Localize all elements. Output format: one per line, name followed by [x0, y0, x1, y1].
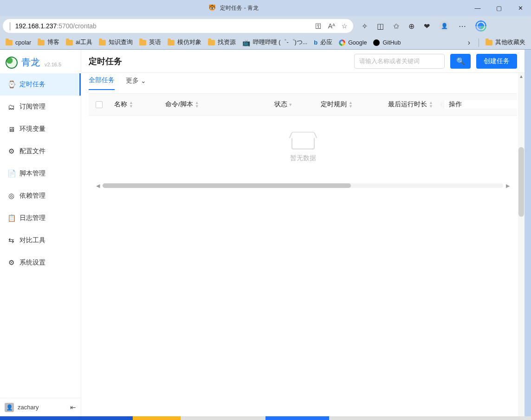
browser-toolbar: ✧ ◫ ✩ ⊕ ❤︎ 👤 ⋯ — [362, 20, 486, 32]
bookmark-cpolar[interactable]: cpolar — [4, 39, 33, 47]
copilot-icon[interactable] — [475, 20, 486, 32]
th-last[interactable]: 最后运行时长 ▲▼ — [383, 100, 444, 109]
search-icon: 🔍 — [456, 57, 465, 65]
vertical-scrollbar[interactable]: ▲ — [518, 73, 525, 416]
sort-icon: ▲▼ — [195, 101, 199, 108]
bookmark-blog[interactable]: 博客 — [36, 38, 61, 47]
username[interactable]: zachary — [18, 404, 39, 411]
maximize-button[interactable]: ▢ — [488, 0, 510, 16]
create-task-button[interactable]: 创建任务 — [476, 54, 517, 69]
menu-icon: ◎ — [7, 192, 15, 200]
bookmark-other[interactable]: 其他收藏夹 — [484, 38, 527, 47]
split-icon[interactable]: ◫ — [377, 22, 384, 31]
window-resize-edge[interactable] — [525, 50, 531, 416]
url-input[interactable]: │ 192.168.1.237:5700/crontab ⚿ Aᴬ ☆ — [3, 19, 353, 33]
more-icon[interactable]: ⋯ — [459, 22, 466, 31]
folder-icon — [139, 40, 146, 45]
sidebar-item-label: 日志管理 — [19, 214, 45, 222]
th-script[interactable]: 命令/脚本 ▲▼ — [161, 100, 270, 109]
user-icon: 👤 — [5, 403, 14, 412]
extensions-icon[interactable]: ✧ — [362, 22, 368, 31]
sidebar-item-4[interactable]: 📄脚本管理 — [0, 162, 81, 185]
bookmark-bing[interactable]: b必应 — [312, 38, 334, 47]
sidebar-item-6[interactable]: 📋日志管理 — [0, 207, 81, 229]
bookmark-english[interactable]: 英语 — [137, 38, 163, 47]
search-input[interactable] — [354, 54, 445, 69]
folder-icon — [168, 40, 175, 45]
menu-icon: ⚙ — [7, 147, 15, 155]
menu-icon: 🖥 — [7, 125, 15, 133]
sidebar-item-label: 依赖管理 — [19, 192, 45, 200]
th-name[interactable]: 名称 ▲▼ — [110, 100, 161, 109]
brand-name: 青龙 — [21, 56, 40, 69]
collections-icon[interactable]: ⊕ — [408, 22, 414, 31]
sidebar-item-label: 订阅管理 — [19, 103, 45, 111]
sidebar-nav: ⌚定时任务🗂订阅管理🖥环境变量⚙配置文件📄脚本管理◎依赖管理📋日志管理⇆对比工具… — [0, 73, 81, 398]
close-button[interactable]: ✕ — [510, 0, 531, 16]
key-icon[interactable]: ⚿ — [315, 22, 322, 30]
sort-icon: ▲▼ — [429, 101, 433, 108]
sidebar-item-8[interactable]: ⚙系统设置 — [0, 252, 81, 274]
window-title-text: 定时任务 - 青龙 — [220, 5, 259, 11]
sidebar-item-5[interactable]: ◎依赖管理 — [0, 185, 81, 207]
bookmark-github[interactable]: GitHub — [371, 39, 402, 47]
url-path: :5700/crontab — [57, 22, 97, 30]
brand: 青龙 v2.16.5 — [0, 50, 81, 73]
sort-icon: ▲▼ — [349, 101, 353, 108]
bookmark-resource[interactable]: 找资源 — [206, 38, 238, 47]
tab-all[interactable]: 全部任务 — [89, 76, 115, 90]
profile-avatar-icon[interactable]: 👤 — [439, 21, 449, 31]
bookmark-mimic[interactable]: 模仿对象 — [166, 38, 203, 47]
scroll-track[interactable] — [103, 183, 503, 188]
bookmark-google[interactable]: Google — [337, 39, 369, 47]
folder-icon — [66, 40, 73, 45]
sidebar-item-7[interactable]: ⇆对比工具 — [0, 229, 81, 252]
menu-icon: ⇆ — [7, 236, 15, 245]
tab-more[interactable]: 更多 ⌄ — [126, 77, 146, 90]
favorites-icon[interactable]: ✩ — [393, 22, 399, 31]
sidebar-item-label: 系统设置 — [19, 258, 45, 267]
empty-state: 暂无数据 — [89, 116, 517, 181]
brand-logo-icon — [6, 57, 18, 69]
folder-icon — [486, 40, 492, 45]
bookmarks-bar: cpolar 博客 ai工具 知识查询 英语 模仿对象 找资源 📺哔哩哔哩 (゜… — [0, 36, 531, 50]
folder-icon — [99, 40, 106, 45]
performance-icon[interactable]: ❤︎ — [424, 22, 430, 31]
brand-version: v2.16.5 — [45, 62, 61, 69]
sidebar-item-2[interactable]: 🖥环境变量 — [0, 118, 81, 140]
sidebar-item-1[interactable]: 🗂订阅管理 — [0, 96, 81, 118]
sidebar-item-label: 对比工具 — [19, 236, 45, 245]
collapse-icon[interactable]: ⇤ — [70, 403, 76, 412]
scroll-left-icon[interactable]: ◀ — [96, 183, 100, 189]
scroll-thumb[interactable] — [103, 183, 351, 188]
bookmarks-overflow-icon[interactable]: › — [464, 39, 474, 47]
scroll-right-icon[interactable]: ▶ — [506, 183, 510, 189]
task-table: 名称 ▲▼ 命令/脚本 ▲▼ 状态 ▾ 定时规则 ▲▼ 最后运行时长 ▲▼ — [89, 93, 517, 189]
url-host: 192.168.1.237 — [15, 22, 57, 30]
th-cron[interactable]: 定时规则 ▲▼ — [316, 100, 383, 109]
menu-icon: 🗂 — [7, 103, 15, 111]
th-op: 操作 — [444, 100, 517, 109]
bookmark-bili[interactable]: 📺哔哩哔哩 (゜-゜)つ... — [240, 38, 309, 47]
favorite-icon[interactable]: ☆ — [342, 22, 348, 30]
address-bar: │ 192.168.1.237:5700/crontab ⚿ Aᴬ ☆ ✧ ◫ … — [0, 16, 531, 36]
select-all-checkbox[interactable] — [96, 101, 103, 108]
minimize-button[interactable]: — — [467, 0, 488, 16]
scroll-up-icon[interactable]: ▲ — [519, 74, 524, 79]
text-size-icon[interactable]: Aᴬ — [328, 22, 335, 30]
browser-titlebar: 🐯 定时任务 - 青龙 — ▢ ✕ — [0, 0, 531, 16]
bookmark-knowledge[interactable]: 知识查询 — [97, 38, 135, 47]
search-button[interactable]: 🔍 — [450, 54, 471, 69]
scroll-thumb[interactable] — [518, 147, 524, 217]
table-header: 名称 ▲▼ 命令/脚本 ▲▼ 状态 ▾ 定时规则 ▲▼ 最后运行时长 ▲▼ — [89, 93, 517, 116]
bookmark-ai[interactable]: ai工具 — [64, 38, 94, 47]
google-icon — [339, 39, 345, 46]
tabs: 全部任务 更多 ⌄ — [81, 73, 525, 93]
sidebar-item-3[interactable]: ⚙配置文件 — [0, 140, 81, 162]
th-status[interactable]: 状态 ▾ — [270, 100, 316, 109]
window-title: 🐯 定时任务 - 青龙 — [0, 4, 467, 12]
filter-icon: ▾ — [289, 102, 292, 108]
sidebar-item-0[interactable]: ⌚定时任务 — [0, 73, 81, 96]
github-icon — [373, 39, 380, 46]
horizontal-scrollbar[interactable]: ◀ ▶ — [96, 182, 510, 189]
